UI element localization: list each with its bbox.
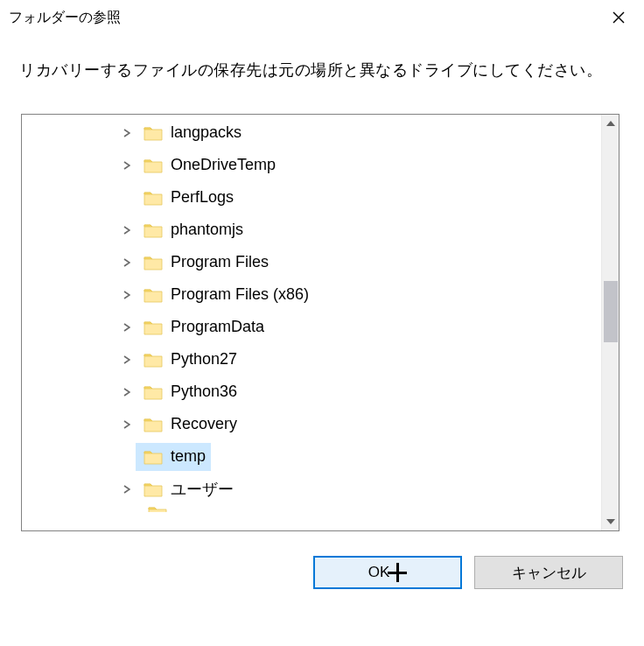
tree-item[interactable]: Python27 [22, 343, 601, 376]
ok-button-label: OK [368, 564, 390, 581]
chevron-up-icon [606, 121, 615, 126]
tree-item-label-wrap[interactable]: phantomjs [136, 216, 248, 244]
tree-item-label-wrap[interactable]: Recovery [136, 411, 242, 439]
tree-item-label: ユーザー [171, 479, 234, 500]
dialog-buttons: OK キャンセル [0, 531, 644, 589]
tree-item-label: OneDriveTemp [171, 156, 276, 174]
folder-icon [143, 124, 164, 142]
tree-item-label: Program Files (x86) [171, 285, 309, 304]
folder-icon [143, 481, 164, 498]
expand-chevron-icon[interactable] [118, 258, 136, 267]
tree-item-label: PerfLogs [171, 188, 234, 207]
tree-item-label-wrap[interactable]: ProgramData [136, 313, 270, 341]
tree-item-label-wrap[interactable]: Program Files (x86) [136, 281, 314, 309]
tree-item[interactable]: ProgramData [22, 311, 601, 343]
expand-chevron-icon[interactable] [118, 129, 136, 137]
tree-item-label: Python27 [171, 350, 237, 369]
expand-chevron-icon[interactable] [118, 161, 136, 170]
folder-icon [148, 505, 167, 512]
tree-item[interactable]: temp [22, 440, 601, 473]
titlebar: フォルダーの参照 [0, 0, 644, 35]
tree-item[interactable]: Python36 [22, 376, 601, 408]
folder-icon [143, 383, 164, 401]
tree-item-label-wrap[interactable]: OneDriveTemp [136, 151, 281, 179]
tree-item-label: Program Files [171, 253, 269, 271]
scrollbar-thumb[interactable] [604, 281, 618, 342]
tree-item-label-wrap[interactable]: ユーザー [136, 475, 239, 503]
folder-icon [143, 448, 164, 466]
folder-icon [143, 221, 164, 239]
close-button[interactable] [598, 4, 639, 32]
ok-button[interactable]: OK [313, 556, 462, 589]
folder-icon [143, 351, 164, 369]
tree-item[interactable]: ユーザー [22, 473, 601, 505]
tree-item[interactable]: langpacks [22, 116, 601, 149]
tree-item-label: Python36 [171, 383, 237, 401]
tree-item-label: temp [171, 447, 206, 466]
cursor-crosshair-icon [388, 563, 407, 582]
tree-item-label-wrap[interactable]: Python27 [136, 346, 242, 374]
tree-item[interactable]: Program Files [22, 246, 601, 278]
instruction-text: リカバリーするファイルの保存先は元の場所と異なるドライブにしてください。 [0, 35, 644, 96]
tree-item-label: Recovery [171, 415, 237, 433]
tree-item-label: langpacks [171, 123, 242, 142]
tree-item-label: phantomjs [171, 221, 243, 239]
tree-item-label-wrap[interactable]: Program Files [136, 249, 274, 277]
folder-tree: langpacksOneDriveTempPerfLogsphantomjsPr… [21, 114, 620, 531]
tree-item-label-wrap[interactable]: langpacks [136, 119, 247, 147]
tree-item-label-wrap[interactable]: Python36 [136, 378, 242, 406]
scroll-up-button[interactable] [602, 115, 619, 132]
tree-item[interactable]: OneDriveTemp [22, 149, 601, 181]
window-title: フォルダーの参照 [9, 9, 121, 27]
chevron-down-icon [606, 519, 615, 524]
tree-item-label-wrap[interactable]: PerfLogs [136, 184, 239, 212]
tree-item-partial [22, 505, 601, 512]
tree-item[interactable]: phantomjs [22, 214, 601, 246]
folder-tree-viewport[interactable]: langpacksOneDriveTempPerfLogsphantomjsPr… [22, 115, 601, 530]
expand-chevron-icon[interactable] [118, 355, 136, 364]
tree-item[interactable]: Program Files (x86) [22, 278, 601, 311]
folder-icon [143, 319, 164, 336]
tree-item-label: ProgramData [171, 318, 264, 336]
expand-chevron-icon[interactable] [118, 388, 136, 397]
folder-icon [143, 416, 164, 433]
tree-item-label-wrap[interactable]: temp [136, 443, 211, 471]
folder-icon [143, 157, 164, 174]
folder-icon [143, 286, 164, 304]
folder-icon [143, 189, 164, 207]
close-icon [612, 11, 625, 24]
scroll-down-button[interactable] [602, 513, 619, 530]
expand-chevron-icon[interactable] [118, 323, 136, 332]
tree-item[interactable]: Recovery [22, 408, 601, 440]
expand-chevron-icon[interactable] [118, 420, 136, 429]
folder-icon [143, 254, 164, 271]
tree-item[interactable]: PerfLogs [22, 181, 601, 214]
cancel-button-label: キャンセル [512, 563, 586, 583]
cancel-button[interactable]: キャンセル [474, 556, 623, 589]
vertical-scrollbar[interactable] [601, 115, 619, 530]
expand-chevron-icon[interactable] [118, 291, 136, 299]
expand-chevron-icon[interactable] [118, 226, 136, 235]
expand-chevron-icon[interactable] [118, 485, 136, 494]
